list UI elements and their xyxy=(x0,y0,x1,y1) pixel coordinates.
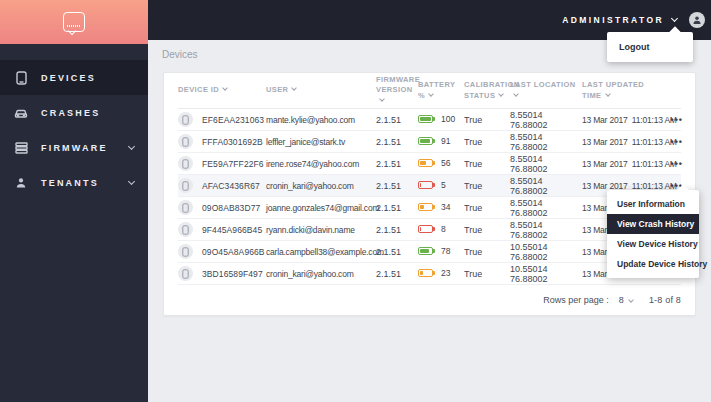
menu-item-view-device-history[interactable]: View Device History xyxy=(607,234,699,254)
layers-icon xyxy=(14,141,28,155)
user-email: joanne.gonzales74@gmail.com xyxy=(266,203,376,213)
calibration-status: True xyxy=(464,203,510,213)
smartphone-icon xyxy=(14,71,28,85)
sort-chevron-icon xyxy=(379,96,385,102)
sidebar-item-label: CRASHES xyxy=(41,108,134,118)
table-row-selected[interactable]: AFAC3436R67 cronin_kari@yahoo.com 2.1.51… xyxy=(178,175,681,197)
device-icon xyxy=(178,200,193,215)
device-icon xyxy=(178,244,193,259)
battery-indicator: 56 xyxy=(418,158,450,168)
menu-item-update-device-history[interactable]: Update Device History xyxy=(607,254,699,274)
calibration-status: True xyxy=(464,159,510,169)
sidebar-item-label: FIRMWARE xyxy=(41,143,129,153)
battery-indicator: 91 xyxy=(418,136,450,146)
row-actions-button[interactable]: ••• xyxy=(668,115,683,125)
last-updated-time: 13 Mar 2017 11:01:13 AM xyxy=(582,115,668,125)
battery-indicator: 5 xyxy=(418,180,446,190)
sort-chevron-icon xyxy=(428,91,434,97)
calibration-status: True xyxy=(464,225,510,235)
last-location: 10.55014 76.88002 xyxy=(510,264,582,284)
chevron-down-icon xyxy=(128,177,135,184)
user-menu-button[interactable]: ADMINISTRATOR xyxy=(562,12,705,28)
sidebar-item-label: DEVICES xyxy=(41,73,134,83)
app-window: DEVICES CRASHES FIRMWARE TENANTS xyxy=(0,0,711,402)
battery-value: 56 xyxy=(441,158,450,168)
sidebar-item-tenants[interactable]: TENANTS xyxy=(0,165,148,200)
table-row[interactable]: 9F445A966B45 ryann.dicki@davin.name 2.1.… xyxy=(178,219,681,241)
device-icon xyxy=(178,156,193,171)
sort-chevron-icon xyxy=(605,91,611,97)
sidebar-nav: DEVICES CRASHES FIRMWARE TENANTS xyxy=(0,44,148,200)
pagination-range: 1-8 of 8 xyxy=(649,295,681,305)
column-header-updated[interactable]: LAST UPDATED TIME xyxy=(582,80,668,100)
row-actions-button[interactable]: ••• xyxy=(668,137,683,147)
sidebar: DEVICES CRASHES FIRMWARE TENANTS xyxy=(0,0,148,402)
last-location: 8.55014 76.88002 xyxy=(510,176,582,196)
avatar[interactable] xyxy=(689,12,705,28)
battery-indicator: 78 xyxy=(418,246,450,256)
menu-item-view-crash-history[interactable]: View Crash History xyxy=(607,214,699,234)
user-dropdown-menu: Logout xyxy=(607,32,693,62)
column-header-device-id[interactable]: DEVICE ID xyxy=(178,85,266,95)
sidebar-item-firmware[interactable]: FIRMWARE xyxy=(0,130,148,165)
sidebar-item-crashes[interactable]: CRASHES xyxy=(0,95,148,130)
battery-value: 78 xyxy=(441,246,450,256)
calibration-status: True xyxy=(464,137,510,147)
last-location: 8.55014 76.88002 xyxy=(510,220,582,240)
column-header-firmware[interactable]: FIRMWARE VERSION xyxy=(376,75,418,105)
column-header-calibration[interactable]: CALIBRATION STATUS xyxy=(464,80,510,100)
brand-header[interactable] xyxy=(0,0,148,44)
column-header-location[interactable]: LAST LOCATION xyxy=(510,80,582,100)
sort-chevron-icon xyxy=(498,91,504,97)
battery-value: 8 xyxy=(441,224,446,234)
table-row[interactable]: 09O45A8A966B carla.campbell38@example.co… xyxy=(178,241,681,263)
last-location: 8.55014 76.88002 xyxy=(510,132,582,152)
firmware-version: 2.1.51 xyxy=(376,137,418,147)
rows-per-page-label: Rows per page : xyxy=(543,295,609,305)
battery-value: 5 xyxy=(441,180,446,190)
battery-value: 23 xyxy=(441,268,450,278)
battery-indicator: 100 xyxy=(418,114,455,124)
chevron-down-icon xyxy=(628,297,634,303)
device-id: EF6EAA231063 xyxy=(202,115,264,125)
calibration-status: True xyxy=(464,247,510,257)
column-header-battery[interactable]: BATTERY % xyxy=(418,80,464,100)
table-row[interactable]: 3BD16589F497 cronin_kari@yahoo.com 2.1.5… xyxy=(178,263,681,285)
table-row[interactable]: EF6EAA231063 mante.kylie@yahoo.com 2.1.5… xyxy=(178,109,681,131)
calibration-status: True xyxy=(464,115,510,125)
chevron-down-icon xyxy=(128,142,135,149)
battery-indicator: 8 xyxy=(418,224,446,234)
firmware-version: 2.1.51 xyxy=(376,115,418,125)
device-id: 09O8AB83D77 xyxy=(202,203,260,213)
firmware-version: 2.1.51 xyxy=(376,247,418,257)
column-header-user[interactable]: USER xyxy=(266,85,376,95)
device-id: 9F445A966B45 xyxy=(202,225,262,235)
sidebar-item-devices[interactable]: DEVICES xyxy=(0,60,148,95)
device-id: 3BD16589F497 xyxy=(202,269,263,279)
table-row[interactable]: 09O8AB83D77 joanne.gonzales74@gmail.com … xyxy=(178,197,681,219)
battery-value: 34 xyxy=(441,202,450,212)
logout-menu-item[interactable]: Logout xyxy=(607,38,693,56)
menu-item-user-information[interactable]: User Information xyxy=(607,194,699,214)
sort-chevron-icon xyxy=(513,91,519,97)
last-location: 8.55014 76.88002 xyxy=(510,154,582,174)
calibration-status: True xyxy=(464,269,510,279)
device-id: FE59A7FF22F6 xyxy=(202,159,264,169)
user-email: leffler_janice@stark.tv xyxy=(266,137,376,147)
firmware-version: 2.1.51 xyxy=(376,159,418,169)
battery-value: 91 xyxy=(441,136,450,146)
table-header-row: DEVICE ID USER FIRMWARE VERSION BATTERY … xyxy=(178,73,681,109)
table-row[interactable]: FE59A7FF22F6 irene.rose74@yahoo.com 2.1.… xyxy=(178,153,681,175)
battery-indicator: 23 xyxy=(418,268,450,278)
calibration-status: True xyxy=(464,181,510,191)
user-email: cronin_kari@yahoo.com xyxy=(266,181,376,191)
row-actions-button[interactable]: ••• xyxy=(668,159,683,169)
last-updated-time: 13 Mar 2017 11:01:13 AM xyxy=(582,137,668,147)
last-updated-time: 13 Mar 2017 11:01:13 AM xyxy=(582,159,668,169)
user-email: ryann.dicki@davin.name xyxy=(266,225,376,235)
sidebar-item-label: TENANTS xyxy=(41,178,129,188)
sort-chevron-icon xyxy=(222,86,228,92)
rows-per-page-select[interactable]: 8 xyxy=(619,295,633,305)
row-context-menu: User Information View Crash History View… xyxy=(607,190,699,278)
table-row[interactable]: FFFA0301692B leffler_janice@stark.tv 2.1… xyxy=(178,131,681,153)
